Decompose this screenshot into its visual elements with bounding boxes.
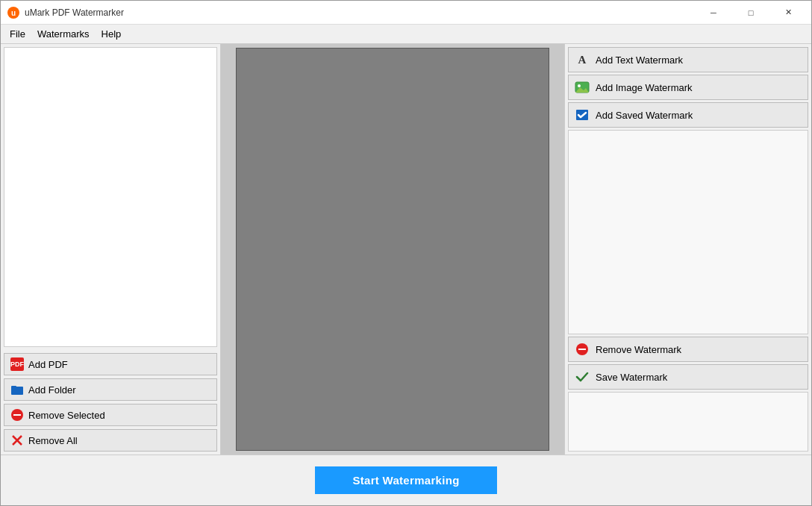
left-panel: PDF Add PDF Add Folder <box>1 44 221 455</box>
svg-text:u: u <box>11 9 16 17</box>
save-options-area <box>568 392 808 452</box>
svg-rect-14 <box>578 349 586 350</box>
start-watermarking-button[interactable]: Start Watermarking <box>315 466 496 494</box>
menu-file[interactable]: File <box>4 27 31 41</box>
minimize-button[interactable]: ─ <box>696 5 731 20</box>
add-saved-watermark-label: Add Saved Watermark <box>596 110 693 121</box>
add-image-watermark-button[interactable]: Add Image Watermark <box>568 75 808 100</box>
left-buttons: PDF Add PDF Add Folder <box>1 350 220 455</box>
save-watermark-label: Save Watermark <box>596 372 667 383</box>
center-panel <box>221 44 565 455</box>
add-pdf-label: Add PDF <box>28 359 68 370</box>
title-bar: u uMark PDF Watermarker ─ □ ✕ <box>1 1 811 25</box>
menu-help[interactable]: Help <box>96 27 128 41</box>
remove-all-button[interactable]: Remove All <box>4 429 217 452</box>
bottom-bar: Start Watermarking <box>1 455 811 505</box>
svg-point-10 <box>578 84 581 87</box>
close-button[interactable]: ✕ <box>771 5 805 20</box>
text-watermark-icon: A <box>575 52 590 67</box>
add-folder-label: Add Folder <box>28 384 76 396</box>
add-folder-button[interactable]: Add Folder <box>4 378 217 401</box>
svg-rect-3 <box>11 386 16 388</box>
pdf-preview <box>236 48 549 451</box>
saved-watermark-icon <box>575 107 590 122</box>
remove-selected-label: Remove Selected <box>28 410 105 421</box>
image-watermark-icon <box>575 80 590 95</box>
folder-icon <box>10 383 24 396</box>
menu-bar: File Watermarks Help <box>1 25 811 44</box>
save-watermark-button[interactable]: Save Watermark <box>568 364 808 390</box>
menu-watermarks[interactable]: Watermarks <box>31 27 96 41</box>
title-bar-left: u uMark PDF Watermarker <box>7 6 124 19</box>
main-content: PDF Add PDF Add Folder <box>1 44 811 455</box>
remove-watermark-label: Remove Watermark <box>596 344 681 355</box>
maximize-button[interactable]: □ <box>734 5 768 20</box>
right-panel: A Add Text Watermark Add Image Watermark <box>565 44 811 455</box>
remove-watermark-button[interactable]: Remove Watermark <box>568 337 808 362</box>
pdf-icon: PDF <box>10 357 24 371</box>
add-image-watermark-label: Add Image Watermark <box>596 82 693 93</box>
remove-selected-button[interactable]: Remove Selected <box>4 404 217 426</box>
pdf-list[interactable] <box>4 47 217 347</box>
save-watermark-icon <box>575 369 590 384</box>
remove-selected-icon <box>10 408 24 422</box>
add-text-watermark-button[interactable]: A Add Text Watermark <box>568 47 808 72</box>
app-title: uMark PDF Watermarker <box>25 7 124 18</box>
add-pdf-button[interactable]: PDF Add PDF <box>4 353 217 375</box>
add-text-watermark-label: Add Text Watermark <box>596 54 683 66</box>
svg-rect-5 <box>13 414 21 416</box>
add-saved-watermark-button[interactable]: Add Saved Watermark <box>568 102 808 128</box>
remove-watermark-icon <box>575 342 590 357</box>
watermark-options-area <box>568 130 808 334</box>
app-icon: u <box>7 6 20 19</box>
remove-all-label: Remove All <box>28 435 78 446</box>
remove-all-icon <box>10 434 24 447</box>
window-controls: ─ □ ✕ <box>696 5 805 20</box>
